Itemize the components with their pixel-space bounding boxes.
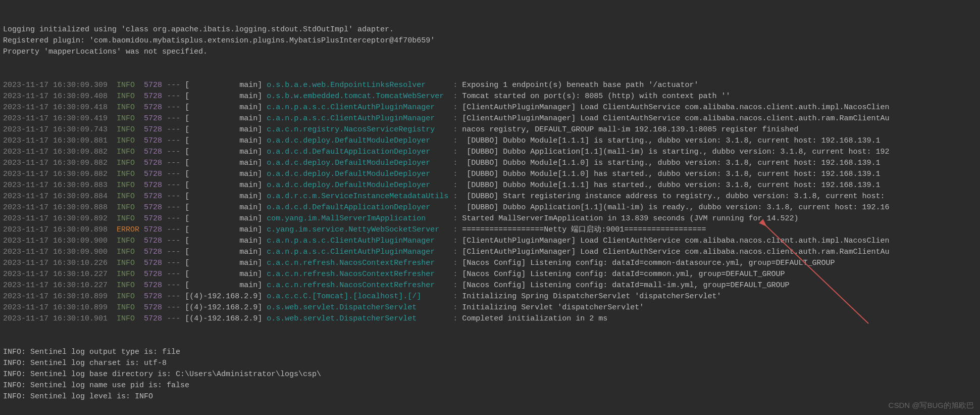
log-message: ==================Netty 端口启动:9001=======… <box>462 225 706 234</box>
log-line: 2023-11-17 16:30:09.900 INFO 5728 --- [ … <box>3 236 977 247</box>
pid: 5728 <box>144 159 162 167</box>
log-message: Exposing 1 endpoint(s) beneath base path… <box>462 81 698 89</box>
log-message: [DUBBO] Dubbo Application[1.1](mall-im) … <box>462 148 889 156</box>
log-level: INFO <box>117 192 139 201</box>
footer-block: INFO: Sentinel log output type is: fileI… <box>3 347 977 402</box>
thread: [ main] <box>185 192 262 201</box>
log-line: 2023-11-17 16:30:10.899 INFO 5728 --- [(… <box>3 302 977 313</box>
timestamp: 2023-11-17 16:30:09.309 <box>3 81 108 89</box>
log-message: [Nacos Config] Listening config: dataId=… <box>462 281 789 290</box>
pid: 5728 <box>144 225 162 234</box>
log-message: [DUBBO] Dubbo Module[1.1.1] is starting.… <box>462 136 880 145</box>
thread: [ main] <box>185 248 262 256</box>
separator: --- <box>167 92 180 101</box>
separator: --- <box>167 125 180 134</box>
timestamp: 2023-11-17 16:30:09.900 <box>3 237 108 245</box>
console-output[interactable]: Logging initialized using 'class org.apa… <box>0 0 980 415</box>
log-level: INFO <box>117 181 139 190</box>
timestamp: 2023-11-17 16:30:09.882 <box>3 148 108 156</box>
pid: 5728 <box>144 259 162 267</box>
colon: : <box>453 103 457 112</box>
pid: 5728 <box>144 181 162 190</box>
log-level: INFO <box>117 314 139 323</box>
log-line: 2023-11-17 16:30:09.892 INFO 5728 --- [ … <box>3 213 977 224</box>
log-line: INFO: Sentinel log output type is: file <box>3 347 977 358</box>
thread: [ main] <box>185 114 262 123</box>
log-message: Started MallServerImApplication in 13.83… <box>462 214 798 223</box>
timestamp: 2023-11-17 16:30:10.227 <box>3 281 108 290</box>
log-level: INFO <box>117 303 139 312</box>
logger: o.a.d.c.deploy.DefaultModuleDeployer <box>267 170 448 178</box>
thread: [ main] <box>185 148 262 156</box>
log-level: ERROR <box>117 225 139 234</box>
watermark: CSDN @写BUG的旭欧巴 <box>889 400 974 411</box>
thread: [ main] <box>185 281 262 290</box>
colon: : <box>453 259 457 267</box>
separator: --- <box>167 136 180 145</box>
logger: o.s.b.a.e.web.EndpointLinksResolver <box>267 81 448 89</box>
timestamp: 2023-11-17 16:30:09.884 <box>3 192 108 201</box>
log-level: INFO <box>117 103 139 112</box>
log-level: INFO <box>117 125 139 134</box>
separator: --- <box>167 203 180 212</box>
separator: --- <box>167 148 180 156</box>
timestamp: 2023-11-17 16:30:09.419 <box>3 114 108 123</box>
log-line: INFO: Sentinel log charset is: utf-8 <box>3 358 977 369</box>
log-line: Logging initialized using 'class org.apa… <box>3 24 977 35</box>
pid: 5728 <box>144 303 162 312</box>
thread: [ main] <box>185 125 262 134</box>
pid: 5728 <box>144 92 162 101</box>
separator: --- <box>167 181 180 190</box>
pid: 5728 <box>144 270 162 279</box>
thread: [ main] <box>185 103 262 112</box>
colon: : <box>453 314 457 323</box>
log-line: 2023-11-17 16:30:10.899 INFO 5728 --- [(… <box>3 291 977 302</box>
log-line: 2023-11-17 16:30:10.226 INFO 5728 --- [ … <box>3 258 977 269</box>
separator: --- <box>167 192 180 201</box>
log-line: 2023-11-17 16:30:09.881 INFO 5728 --- [ … <box>3 135 977 147</box>
thread: [ main] <box>185 159 262 167</box>
log-line: 2023-11-17 16:30:09.884 INFO 5728 --- [ … <box>3 191 977 202</box>
log-message: [DUBBO] Dubbo Module[1.1.1] has started.… <box>462 181 880 190</box>
log-line: INFO: Sentinel log base directory is: C:… <box>3 369 977 380</box>
log-message: [DUBBO] Dubbo Application[1.1](mall-im) … <box>462 203 889 212</box>
pid: 5728 <box>144 170 162 178</box>
separator: --- <box>167 225 180 234</box>
log-line: 2023-11-17 16:30:09.309 INFO 5728 --- [ … <box>3 80 977 91</box>
thread: [(4)-192.168.2.9] <box>185 292 262 301</box>
log-level: INFO <box>117 81 139 89</box>
thread: [(4)-192.168.2.9] <box>185 303 262 312</box>
thread: [ main] <box>185 203 262 212</box>
timestamp: 2023-11-17 16:30:09.743 <box>3 125 108 134</box>
separator: --- <box>167 270 180 279</box>
logger: c.a.c.n.refresh.NacosContextRefresher <box>267 259 448 267</box>
log-message: Initializing Servlet 'dispatcherServlet' <box>462 303 644 312</box>
log-line: 2023-11-17 16:30:09.900 INFO 5728 --- [ … <box>3 247 977 258</box>
logger: o.a.d.c.deploy.DefaultModuleDeployer <box>267 136 448 145</box>
pid: 5728 <box>144 214 162 223</box>
separator: --- <box>167 314 180 323</box>
thread: [(4)-192.168.2.9] <box>185 314 262 323</box>
thread: [ main] <box>185 181 262 190</box>
thread: [ main] <box>185 92 262 101</box>
separator: --- <box>167 214 180 223</box>
thread: [ main] <box>185 170 262 178</box>
thread: [ main] <box>185 81 262 89</box>
timestamp: 2023-11-17 16:30:09.882 <box>3 170 108 178</box>
separator: --- <box>167 259 180 267</box>
log-message: [DUBBO] Dubbo Module[1.1.0] has started.… <box>462 170 880 178</box>
log-message: [ClientAuthPluginManager] Load ClientAut… <box>462 114 889 123</box>
separator: --- <box>167 237 180 245</box>
timestamp: 2023-11-17 16:30:10.226 <box>3 259 108 267</box>
pid: 5728 <box>144 281 162 290</box>
pid: 5728 <box>144 103 162 112</box>
timestamp: 2023-11-17 16:30:09.418 <box>3 103 108 112</box>
timestamp: 2023-11-17 16:30:09.892 <box>3 214 108 223</box>
separator: --- <box>167 248 180 256</box>
colon: : <box>453 159 457 167</box>
pid: 5728 <box>144 81 162 89</box>
timestamp: 2023-11-17 16:30:09.898 <box>3 225 108 234</box>
colon: : <box>453 114 457 123</box>
separator: --- <box>167 159 180 167</box>
thread: [ main] <box>185 225 262 234</box>
